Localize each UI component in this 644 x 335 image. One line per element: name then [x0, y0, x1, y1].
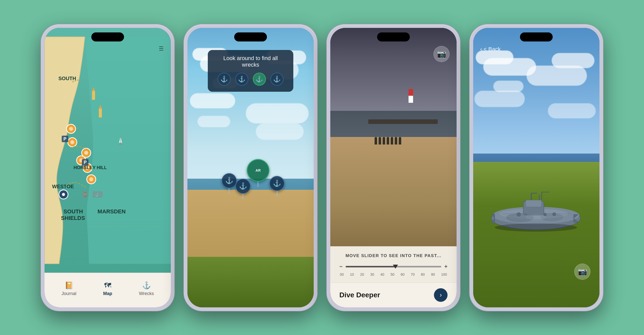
dive-deeper-button[interactable]: › [434, 288, 448, 302]
tick-70: 70 [411, 272, 415, 276]
tick-60: 60 [401, 272, 405, 276]
back-label: < Back [484, 46, 501, 53]
ar-wreck-icon-1: ⚓ [218, 73, 231, 86]
slider-thumb[interactable] [393, 265, 398, 269]
tab-bar: 📔 Journal 🗺 Map ⚓ Wrecks [45, 273, 171, 307]
svg-point-46 [526, 213, 546, 220]
map-icon: 🗺 [104, 281, 111, 290]
tick-20: 20 [360, 272, 364, 276]
ar-tooltip: Look around to find all wrecks ⚓ ⚓ ⚓ ⚓ [208, 50, 293, 92]
tick-0: 00 [340, 272, 344, 276]
ar-wreck-icons-row: ⚓ ⚓ ⚓ ⚓ [215, 73, 286, 86]
ar-pin-bubble-large: AR [247, 159, 269, 182]
ar-pin-right[interactable]: ⚓ [269, 176, 285, 196]
sub-camera-button[interactable]: 📷 [574, 264, 590, 280]
slider-minus-label: − [339, 263, 343, 270]
svg-point-55 [544, 213, 546, 216]
slider-plus-label: + [444, 263, 448, 270]
submarine-screen: ‹ < Back 📷 [473, 28, 599, 307]
ar-pin-bubble-center-left: ⚓ [235, 179, 251, 194]
ar-instruction-text: Look around to find all wrecks [215, 55, 286, 68]
ar-pin-left[interactable]: ⚓ [222, 173, 237, 193]
ar-pin-bubble-left: ⚓ [222, 173, 237, 188]
photo-sand [330, 137, 457, 246]
ar-grass [187, 257, 314, 307]
map-background: ☰ [45, 28, 171, 273]
phone-4: ‹ < Back 📷 [470, 24, 603, 311]
svg-rect-0 [92, 91, 95, 100]
dive-deeper-label: Dive Deeper [339, 291, 380, 299]
slider-track-wrap: − + [339, 263, 448, 270]
ar-pin-tail [258, 182, 258, 187]
phone-3: 📷 MOVE SLIDER TO SEE INTO THE PAST... − … [327, 24, 460, 311]
photo-pier [368, 119, 438, 124]
svg-rect-38 [526, 200, 542, 207]
tick-30: 30 [370, 272, 374, 276]
ar-pin-tail-center-left [243, 194, 243, 199]
tick-80: 80 [421, 272, 425, 276]
svg-point-54 [553, 213, 556, 216]
svg-point-7 [70, 140, 74, 144]
figure-3 [383, 137, 385, 145]
ar-pin-center-left[interactable]: ⚓ [235, 179, 251, 199]
figure-1 [375, 137, 377, 145]
svg-text:P: P [84, 160, 87, 165]
dynamic-island-2 [234, 32, 267, 41]
svg-point-56 [495, 223, 577, 232]
svg-text:⚓: ⚓ [95, 192, 100, 197]
svg-point-53 [517, 213, 521, 216]
svg-text:SHIELDS: SHIELDS [61, 215, 85, 221]
tab-journal[interactable]: 📔 Journal [50, 281, 88, 296]
phone-4-screen: ‹ < Back 📷 [473, 28, 599, 307]
dive-deeper-section[interactable]: Dive Deeper › [330, 282, 457, 307]
journal-label: Journal [61, 291, 76, 296]
map-svg: P P 🚶 ⚓ [45, 28, 171, 273]
svg-point-5 [69, 127, 73, 131]
tick-100: 100 [441, 272, 447, 276]
svg-point-15 [89, 177, 93, 181]
slider-instruction: MOVE SLIDER TO SEE INTO THE PAST... [339, 253, 448, 258]
slider-ticks: 00 10 20 30 40 50 60 70 80 90 100 [339, 272, 448, 276]
tab-wrecks[interactable]: ⚓ Wrecks [127, 281, 166, 296]
svg-text:MARSDEN: MARSDEN [98, 208, 126, 215]
slider-fill [346, 266, 395, 267]
svg-text:SOUTH: SOUTH [58, 75, 76, 81]
ar-wreck-icon-3: ⚓ [253, 73, 266, 86]
ar-wreck-icon-2: ⚓ [235, 73, 248, 86]
photo-camera-button[interactable]: 📷 [433, 46, 450, 62]
wrecks-icon: ⚓ [142, 281, 151, 290]
journal-icon: 📔 [65, 281, 73, 290]
ar-pin-tail-right [277, 191, 277, 196]
phone-2: Look around to find all wrecks ⚓ ⚓ ⚓ ⚓ A… [184, 24, 317, 311]
svg-point-9 [84, 151, 88, 155]
submarine-3d-model [483, 145, 593, 271]
svg-text:P: P [63, 136, 66, 141]
phones-container: ☰ [41, 24, 603, 311]
hamburger-button[interactable]: ☰ [159, 46, 164, 52]
svg-rect-2 [99, 109, 102, 117]
dynamic-island-4 [520, 32, 553, 41]
back-arrow: ‹ [480, 46, 482, 53]
phone-1-screen: ☰ [45, 28, 171, 307]
tab-map[interactable]: 🗺 Map [88, 281, 127, 296]
svg-text:SOUTH: SOUTH [63, 208, 83, 215]
ar-pin-tail-left [229, 188, 229, 193]
back-button[interactable]: ‹ < Back [480, 46, 501, 53]
photo-lighthouse [409, 89, 413, 103]
svg-text:🚶: 🚶 [83, 192, 88, 197]
ar-screen: Look around to find all wrecks ⚓ ⚓ ⚓ ⚓ A… [187, 28, 314, 307]
figure-4 [387, 137, 389, 145]
photo-figures [375, 137, 401, 145]
figure-2 [379, 137, 381, 145]
slider-track[interactable] [346, 266, 441, 267]
figure-7 [399, 137, 401, 145]
phone-1: ☰ [41, 24, 174, 311]
tick-50: 50 [390, 272, 394, 276]
dynamic-island-1 [91, 32, 124, 41]
phone-3-screen: 📷 MOVE SLIDER TO SEE INTO THE PAST... − … [330, 28, 457, 307]
tick-90: 90 [431, 272, 435, 276]
dynamic-island-3 [377, 32, 410, 41]
svg-text:WESTOE: WESTOE [52, 183, 74, 189]
historical-photo: 📷 [330, 28, 457, 246]
tick-40: 40 [380, 272, 384, 276]
